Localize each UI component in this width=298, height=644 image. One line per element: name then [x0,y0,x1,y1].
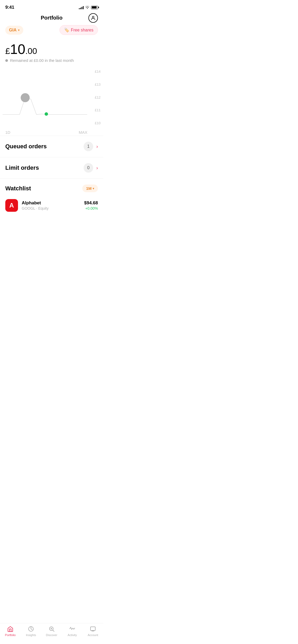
timeframe-selector[interactable]: 1M ▾ [82,185,98,192]
chart-label-11: £11 [95,108,101,112]
timeframe-label: 1M [86,186,92,191]
free-shares-button[interactable]: 🏷️ Free shares [60,25,98,35]
status-bar: 9:41 [0,0,103,13]
chevron-right-icon-2: › [96,165,98,171]
header: Portfolio [0,13,103,25]
stock-name: Alphabet [22,200,80,206]
chart-label-14: £14 [95,70,101,73]
chart-time-max[interactable]: MAX [79,130,87,135]
portfolio-chart[interactable]: £14 £13 £12 £11 £10 1D MAX [0,67,103,136]
chevron-right-icon: › [96,144,98,149]
tag-icon: 🏷️ [64,27,69,33]
chevron-down-icon: ▾ [18,28,20,32]
account-type-selector[interactable]: GIA ▾ [5,26,23,35]
currency-symbol: £ [5,46,10,56]
user-icon [91,15,96,21]
free-shares-label: Free shares [71,28,93,33]
watchlist-title: Watchlist [5,185,31,192]
account-row: GIA ▾ 🏷️ Free shares [0,25,103,40]
value-change: Remained at £0.00 in the last month [5,56,98,64]
limit-orders-right: 0 › [84,163,98,173]
chart-label-12: £12 [95,95,101,99]
chart-dot-current [45,112,48,116]
status-time: 9:41 [5,5,14,10]
queued-orders-badge: 1 [84,142,93,151]
signal-icon [79,6,84,9]
limit-orders-badge: 0 [84,163,93,173]
chart-dot-high [21,93,30,102]
stock-change: +0.00% [84,206,98,210]
queued-orders-row[interactable]: Queued orders 1 › [0,136,103,157]
account-type-label: GIA [9,28,16,33]
value-main: 10 [10,42,25,56]
queued-orders-right: 1 › [84,142,98,151]
limit-orders-title: Limit orders [5,164,39,171]
chart-label-10: £10 [95,121,101,125]
watchlist-header: Watchlist 1M ▾ [0,179,103,195]
value-decimal: .00 [25,46,37,56]
change-text: Remained at £0.00 in the last month [10,58,74,63]
chart-time-labels: 1D MAX [5,130,87,135]
portfolio-value-section: £ 10 .00 Remained at £0.00 in the last m… [0,40,103,65]
queued-orders-title: Queued orders [5,143,47,150]
status-icons [79,5,98,10]
chart-grid-labels: £14 £13 £12 £11 £10 [95,70,101,125]
change-indicator-dot [5,59,8,62]
chevron-down-icon-2: ▾ [93,187,94,190]
value-display: £ 10 .00 [5,42,98,56]
stock-price: $94.68 [84,200,98,206]
stock-item-alphabet[interactable]: A Alphabet GOOGL · Equity $94.68 +0.00% [0,195,103,215]
stock-price-block: $94.68 +0.00% [84,200,98,210]
stock-info-alphabet: Alphabet GOOGL · Equity [22,200,80,210]
avatar-button[interactable] [88,13,98,23]
page-title: Portfolio [41,15,62,21]
svg-point-0 [92,16,94,18]
chart-label-13: £13 [95,82,101,86]
wifi-icon [85,5,89,10]
stock-logo-alphabet: A [5,199,18,212]
chart-time-1d[interactable]: 1D [5,130,10,135]
chart-svg [3,70,90,126]
limit-orders-row[interactable]: Limit orders 0 › [0,157,103,178]
stock-sub: GOOGL · Equity [22,206,80,210]
battery-icon [91,6,98,9]
